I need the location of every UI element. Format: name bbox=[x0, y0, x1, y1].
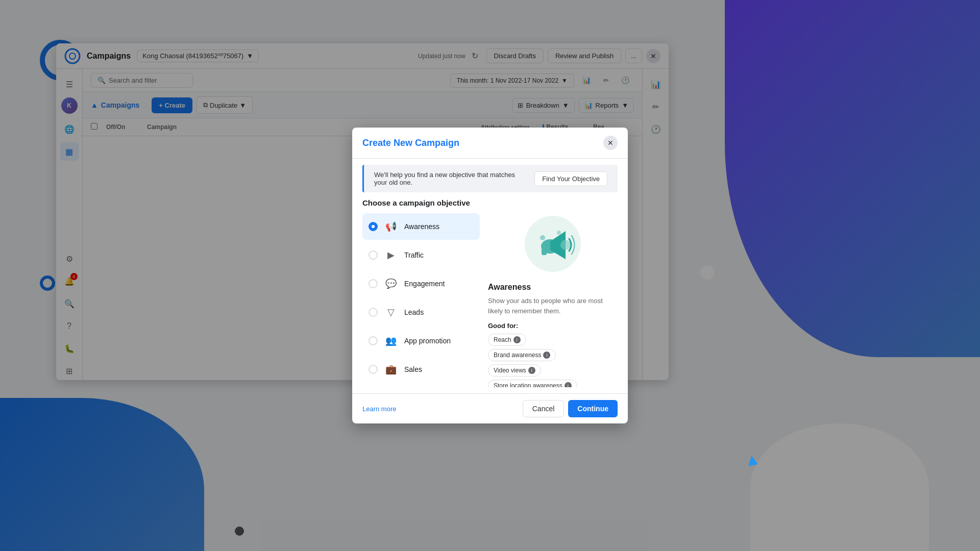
tag-store-label: Store location awareness bbox=[494, 382, 562, 387]
engagement-radio[interactable] bbox=[369, 279, 378, 288]
objective-leads[interactable]: ▽ Leads bbox=[362, 299, 480, 325]
modal-banner: We'll help you find a new objective that… bbox=[362, 165, 618, 192]
tag-reach-label: Reach bbox=[494, 336, 511, 343]
leads-label: Leads bbox=[404, 308, 424, 316]
section-title: Choose a campaign objective bbox=[352, 198, 628, 207]
app-icon: 👥 bbox=[383, 333, 399, 349]
objective-sales[interactable]: 💼 Sales bbox=[362, 356, 480, 383]
svg-point-6 bbox=[540, 235, 545, 240]
learn-more-link[interactable]: Learn more bbox=[362, 405, 396, 413]
awareness-icon: 📢 bbox=[383, 218, 399, 235]
traffic-icon: ▶ bbox=[383, 247, 399, 263]
tag-reach-info[interactable]: i bbox=[513, 336, 521, 343]
modal-body: 📢 Awareness ▶ Traffic 💬 Engagement bbox=[352, 213, 628, 393]
footer-buttons: Cancel Continue bbox=[523, 400, 618, 417]
svg-point-5 bbox=[560, 240, 571, 250]
tag-brand-label: Brand awareness bbox=[494, 352, 541, 359]
create-campaign-modal: Create New Campaign ✕ We'll help you fin… bbox=[352, 128, 628, 423]
app-radio[interactable] bbox=[369, 336, 378, 345]
tag-brand-info[interactable]: i bbox=[543, 352, 550, 359]
engagement-label: Engagement bbox=[404, 280, 445, 288]
leads-radio[interactable] bbox=[369, 308, 378, 317]
tag-store-info[interactable]: i bbox=[565, 382, 572, 387]
tag-video-label: Video views bbox=[494, 367, 526, 374]
modal-title: Create New Campaign bbox=[362, 138, 459, 148]
objective-detail-panel: Awareness Show your ads to people who ar… bbox=[488, 213, 618, 387]
awareness-illustration bbox=[522, 213, 583, 274]
cancel-button[interactable]: Cancel bbox=[523, 400, 565, 417]
continue-button[interactable]: Continue bbox=[568, 400, 618, 417]
traffic-label: Traffic bbox=[404, 251, 424, 259]
awareness-radio[interactable] bbox=[369, 222, 378, 231]
good-for-tags: Reach i Brand awareness i Video views i … bbox=[488, 334, 618, 387]
engagement-icon: 💬 bbox=[383, 276, 399, 292]
leads-icon: ▽ bbox=[383, 304, 399, 320]
awareness-label: Awareness bbox=[404, 222, 439, 231]
svg-point-7 bbox=[557, 231, 561, 235]
svg-rect-4 bbox=[542, 245, 547, 255]
objective-app-promotion[interactable]: 👥 App promotion bbox=[362, 328, 480, 354]
detail-description: Show your ads to people who are most lik… bbox=[488, 296, 618, 316]
banner-text: We'll help you find a new objective that… bbox=[374, 171, 528, 186]
objectives-list: 📢 Awareness ▶ Traffic 💬 Engagement bbox=[362, 213, 480, 387]
modal-header: Create New Campaign ✕ bbox=[352, 128, 628, 159]
sales-label: Sales bbox=[404, 365, 422, 373]
app-label: App promotion bbox=[404, 337, 451, 345]
objective-engagement[interactable]: 💬 Engagement bbox=[362, 270, 480, 297]
modal-footer: Learn more Cancel Continue bbox=[352, 393, 628, 423]
sales-radio[interactable] bbox=[369, 365, 378, 374]
tag-store-location[interactable]: Store location awareness i bbox=[488, 380, 577, 387]
modal-overlay: Create New Campaign ✕ We'll help you fin… bbox=[0, 0, 980, 551]
tag-video-info[interactable]: i bbox=[528, 367, 535, 374]
tag-video-views[interactable]: Video views i bbox=[488, 364, 541, 377]
good-for-title: Good for: bbox=[488, 322, 618, 330]
traffic-radio[interactable] bbox=[369, 251, 378, 260]
tag-reach[interactable]: Reach i bbox=[488, 334, 526, 346]
modal-close-button[interactable]: ✕ bbox=[603, 136, 618, 150]
objective-traffic[interactable]: ▶ Traffic bbox=[362, 242, 480, 268]
sales-icon: 💼 bbox=[383, 361, 399, 378]
find-objective-button[interactable]: Find Your Objective bbox=[534, 171, 607, 186]
detail-title: Awareness bbox=[488, 283, 618, 292]
objective-awareness[interactable]: 📢 Awareness bbox=[362, 213, 480, 240]
cursor: ▲ bbox=[743, 449, 762, 471]
tag-brand-awareness[interactable]: Brand awareness i bbox=[488, 349, 556, 361]
